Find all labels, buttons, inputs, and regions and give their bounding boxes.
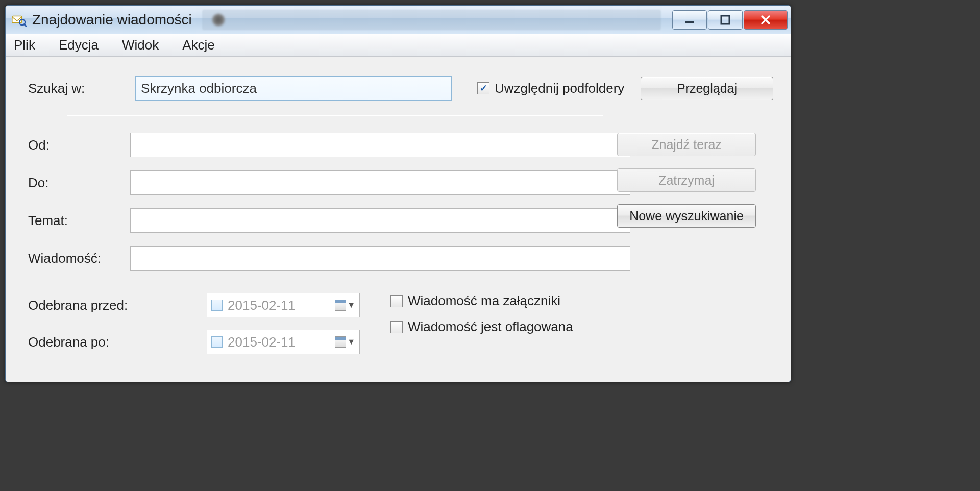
- menu-edycja[interactable]: Edycja: [55, 35, 103, 55]
- subject-label: Temat:: [28, 213, 130, 229]
- include-subfolders-label: Uwzględnij podfoldery: [495, 81, 624, 96]
- message-label: Wiadomość:: [28, 251, 130, 266]
- window-controls: [671, 10, 788, 30]
- checkbox-icon: ✓: [390, 321, 403, 333]
- include-subfolders-checkbox[interactable]: ✓ Uwzględnij podfoldery: [477, 81, 624, 96]
- close-button[interactable]: [744, 10, 788, 30]
- form-area: Od: Do: Temat: Wiadomość: Znajdź teraz: [28, 133, 773, 354]
- to-input[interactable]: [130, 170, 630, 195]
- from-label: Od:: [28, 137, 130, 153]
- date-checkbox-icon[interactable]: [211, 336, 223, 348]
- menu-plik[interactable]: Plik: [10, 35, 39, 55]
- calendar-dropdown-icon[interactable]: ▼: [335, 300, 355, 311]
- received-before-value: 2015-02-11: [228, 298, 296, 313]
- received-before-label: Odebrana przed:: [28, 298, 176, 313]
- menu-widok[interactable]: Widok: [118, 35, 163, 55]
- svg-line-2: [24, 24, 26, 26]
- checkbox-icon: ✓: [390, 295, 403, 307]
- minimize-button[interactable]: [672, 10, 707, 30]
- search-in-label: Szukaj w:: [28, 81, 130, 96]
- checkbox-icon: ✓: [477, 82, 489, 94]
- is-flagged-checkbox[interactable]: ✓ Wiadomość jest oflagowana: [390, 319, 573, 335]
- received-after-label: Odebrana po:: [28, 334, 176, 350]
- browse-button[interactable]: Przeglądaj: [641, 77, 773, 100]
- svg-rect-3: [685, 21, 694, 23]
- background-blur: [202, 10, 661, 30]
- has-attachments-label: Wiadomość ma załączniki: [408, 293, 560, 309]
- menubar: Plik Edycja Widok Akcje: [6, 34, 791, 57]
- received-after-picker[interactable]: 2015-02-11 ▼: [207, 330, 360, 354]
- received-before-picker[interactable]: 2015-02-11 ▼: [207, 293, 360, 317]
- calendar-dropdown-icon[interactable]: ▼: [335, 336, 355, 348]
- content-area: Szukaj w: ✓ Uwzględnij podfoldery Przegl…: [6, 57, 791, 382]
- app-icon: [11, 12, 27, 28]
- find-now-button[interactable]: Znajdź teraz: [617, 133, 756, 156]
- bottom-area: Odebrana przed: 2015-02-11 ▼ Odebrana po…: [28, 276, 773, 354]
- has-attachments-checkbox[interactable]: ✓ Wiadomość ma załączniki: [390, 293, 573, 309]
- date-checkbox-icon[interactable]: [211, 300, 223, 311]
- new-search-button[interactable]: Nowe wyszukiwanie: [617, 204, 756, 228]
- menu-akcje[interactable]: Akcje: [178, 35, 219, 55]
- stop-button[interactable]: Zatrzymaj: [617, 168, 756, 192]
- to-label: Do:: [28, 175, 130, 191]
- search-in-input[interactable]: [135, 76, 452, 101]
- action-buttons-column: Znajdź teraz Zatrzymaj Nowe wyszukiwanie: [617, 133, 756, 228]
- find-messages-window: Znajdowanie wiadomości Plik Edycja Widok…: [5, 5, 791, 382]
- from-input[interactable]: [130, 133, 630, 157]
- is-flagged-label: Wiadomość jest oflagowana: [408, 319, 573, 335]
- subject-input[interactable]: [130, 208, 630, 233]
- window-title: Znajdowanie wiadomości: [32, 12, 192, 28]
- maximize-button[interactable]: [708, 10, 743, 30]
- titlebar[interactable]: Znajdowanie wiadomości: [6, 6, 791, 34]
- svg-rect-4: [721, 16, 729, 24]
- separator: [67, 115, 603, 115]
- received-after-value: 2015-02-11: [228, 334, 296, 350]
- message-input[interactable]: [130, 246, 630, 271]
